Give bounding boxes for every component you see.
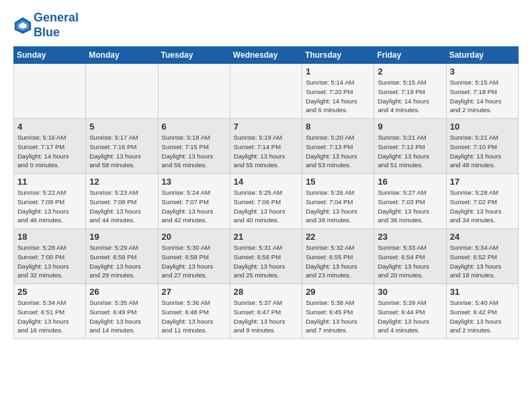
day-number: 1	[306, 66, 370, 77]
logo: General Blue	[13, 11, 79, 40]
day-info: Sunrise: 5:19 AM Sunset: 7:14 PM Dayligh…	[234, 133, 298, 170]
week-row: 18Sunrise: 5:28 AM Sunset: 7:00 PM Dayli…	[14, 229, 519, 284]
day-number: 30	[378, 287, 442, 297]
header-cell-friday: Friday	[374, 47, 446, 64]
day-info: Sunrise: 5:39 AM Sunset: 6:44 PM Dayligh…	[378, 298, 442, 335]
day-info: Sunrise: 5:17 AM Sunset: 7:16 PM Dayligh…	[89, 133, 154, 170]
day-info: Sunrise: 5:26 AM Sunset: 7:04 PM Dayligh…	[306, 188, 370, 225]
calendar-body: 1Sunrise: 5:14 AM Sunset: 7:20 PM Daylig…	[14, 64, 519, 339]
day-info: Sunrise: 5:24 AM Sunset: 7:07 PM Dayligh…	[162, 188, 226, 225]
day-info: Sunrise: 5:35 AM Sunset: 6:49 PM Dayligh…	[89, 298, 154, 335]
header-cell-thursday: Thursday	[302, 47, 374, 64]
week-row: 1Sunrise: 5:14 AM Sunset: 7:20 PM Daylig…	[14, 64, 519, 119]
day-number: 4	[17, 122, 82, 132]
day-number: 10	[450, 122, 515, 132]
day-cell	[158, 64, 230, 119]
day-number: 27	[162, 287, 226, 297]
day-cell: 12Sunrise: 5:23 AM Sunset: 7:08 PM Dayli…	[86, 174, 158, 229]
day-cell: 23Sunrise: 5:33 AM Sunset: 6:54 PM Dayli…	[374, 229, 446, 284]
logo-text: General Blue	[34, 11, 79, 40]
day-number: 11	[17, 177, 82, 187]
day-number: 8	[306, 122, 370, 132]
day-cell: 13Sunrise: 5:24 AM Sunset: 7:07 PM Dayli…	[158, 174, 230, 229]
day-cell: 28Sunrise: 5:37 AM Sunset: 6:47 PM Dayli…	[230, 284, 302, 339]
header-cell-sunday: Sunday	[14, 47, 86, 64]
day-number: 24	[450, 232, 515, 242]
day-info: Sunrise: 5:32 AM Sunset: 6:55 PM Dayligh…	[306, 243, 370, 280]
day-number: 2	[378, 66, 442, 77]
day-info: Sunrise: 5:28 AM Sunset: 7:02 PM Dayligh…	[450, 188, 515, 225]
day-cell: 4Sunrise: 5:16 AM Sunset: 7:17 PM Daylig…	[14, 119, 86, 174]
day-cell: 16Sunrise: 5:27 AM Sunset: 7:03 PM Dayli…	[374, 174, 446, 229]
day-cell	[230, 64, 302, 119]
day-number: 26	[89, 287, 154, 297]
day-cell: 10Sunrise: 5:21 AM Sunset: 7:10 PM Dayli…	[446, 119, 518, 174]
day-info: Sunrise: 5:34 AM Sunset: 6:51 PM Dayligh…	[17, 298, 82, 335]
week-row: 4Sunrise: 5:16 AM Sunset: 7:17 PM Daylig…	[14, 119, 519, 174]
day-number: 15	[306, 177, 370, 187]
day-number: 19	[89, 232, 154, 242]
day-number: 16	[378, 177, 442, 187]
day-cell	[86, 64, 158, 119]
day-info: Sunrise: 5:25 AM Sunset: 7:06 PM Dayligh…	[234, 188, 298, 225]
header: General Blue	[13, 11, 519, 40]
day-number: 29	[306, 287, 370, 297]
day-cell: 3Sunrise: 5:15 AM Sunset: 7:18 PM Daylig…	[446, 64, 518, 119]
day-cell: 18Sunrise: 5:28 AM Sunset: 7:00 PM Dayli…	[14, 229, 86, 284]
day-info: Sunrise: 5:23 AM Sunset: 7:08 PM Dayligh…	[89, 188, 154, 225]
day-number: 21	[234, 232, 298, 242]
day-cell: 21Sunrise: 5:31 AM Sunset: 6:56 PM Dayli…	[230, 229, 302, 284]
day-number: 23	[378, 232, 442, 242]
day-cell: 20Sunrise: 5:30 AM Sunset: 6:58 PM Dayli…	[158, 229, 230, 284]
day-cell: 31Sunrise: 5:40 AM Sunset: 6:42 PM Dayli…	[446, 284, 518, 339]
header-cell-wednesday: Wednesday	[230, 47, 302, 64]
day-info: Sunrise: 5:15 AM Sunset: 7:19 PM Dayligh…	[378, 78, 442, 115]
day-cell: 17Sunrise: 5:28 AM Sunset: 7:02 PM Dayli…	[446, 174, 518, 229]
day-cell: 27Sunrise: 5:36 AM Sunset: 6:48 PM Dayli…	[158, 284, 230, 339]
day-number: 17	[450, 177, 515, 187]
day-cell: 1Sunrise: 5:14 AM Sunset: 7:20 PM Daylig…	[302, 64, 374, 119]
day-info: Sunrise: 5:20 AM Sunset: 7:13 PM Dayligh…	[306, 133, 370, 170]
day-number: 22	[306, 232, 370, 242]
day-cell: 6Sunrise: 5:18 AM Sunset: 7:15 PM Daylig…	[158, 119, 230, 174]
day-cell: 7Sunrise: 5:19 AM Sunset: 7:14 PM Daylig…	[230, 119, 302, 174]
day-cell: 15Sunrise: 5:26 AM Sunset: 7:04 PM Dayli…	[302, 174, 374, 229]
day-info: Sunrise: 5:28 AM Sunset: 7:00 PM Dayligh…	[17, 243, 82, 280]
day-cell: 25Sunrise: 5:34 AM Sunset: 6:51 PM Dayli…	[14, 284, 86, 339]
day-info: Sunrise: 5:36 AM Sunset: 6:48 PM Dayligh…	[162, 298, 226, 335]
day-cell: 11Sunrise: 5:22 AM Sunset: 7:09 PM Dayli…	[14, 174, 86, 229]
day-cell: 8Sunrise: 5:20 AM Sunset: 7:13 PM Daylig…	[302, 119, 374, 174]
day-info: Sunrise: 5:27 AM Sunset: 7:03 PM Dayligh…	[378, 188, 442, 225]
day-info: Sunrise: 5:16 AM Sunset: 7:17 PM Dayligh…	[17, 133, 82, 170]
day-number: 9	[378, 122, 442, 132]
header-row: SundayMondayTuesdayWednesdayThursdayFrid…	[14, 47, 519, 64]
day-info: Sunrise: 5:15 AM Sunset: 7:18 PM Dayligh…	[450, 78, 515, 115]
day-number: 6	[162, 122, 226, 132]
day-number: 31	[450, 287, 515, 297]
day-info: Sunrise: 5:18 AM Sunset: 7:15 PM Dayligh…	[162, 133, 226, 170]
day-cell: 24Sunrise: 5:34 AM Sunset: 6:52 PM Dayli…	[446, 229, 518, 284]
day-cell: 5Sunrise: 5:17 AM Sunset: 7:16 PM Daylig…	[86, 119, 158, 174]
day-info: Sunrise: 5:38 AM Sunset: 6:45 PM Dayligh…	[306, 298, 370, 335]
week-row: 11Sunrise: 5:22 AM Sunset: 7:09 PM Dayli…	[14, 174, 519, 229]
day-number: 25	[17, 287, 82, 297]
day-number: 7	[234, 122, 298, 132]
day-info: Sunrise: 5:40 AM Sunset: 6:42 PM Dayligh…	[450, 298, 515, 335]
day-info: Sunrise: 5:37 AM Sunset: 6:47 PM Dayligh…	[234, 298, 298, 335]
day-info: Sunrise: 5:33 AM Sunset: 6:54 PM Dayligh…	[378, 243, 442, 280]
day-info: Sunrise: 5:14 AM Sunset: 7:20 PM Dayligh…	[306, 78, 370, 115]
day-number: 3	[450, 66, 515, 77]
day-number: 5	[89, 122, 154, 132]
day-cell: 9Sunrise: 5:21 AM Sunset: 7:12 PM Daylig…	[374, 119, 446, 174]
day-number: 14	[234, 177, 298, 187]
day-info: Sunrise: 5:29 AM Sunset: 6:59 PM Dayligh…	[89, 243, 154, 280]
day-cell: 30Sunrise: 5:39 AM Sunset: 6:44 PM Dayli…	[374, 284, 446, 339]
day-cell: 19Sunrise: 5:29 AM Sunset: 6:59 PM Dayli…	[86, 229, 158, 284]
day-info: Sunrise: 5:30 AM Sunset: 6:58 PM Dayligh…	[162, 243, 226, 280]
day-info: Sunrise: 5:22 AM Sunset: 7:09 PM Dayligh…	[17, 188, 82, 225]
logo-icon	[13, 16, 32, 35]
day-number: 28	[234, 287, 298, 297]
week-row: 25Sunrise: 5:34 AM Sunset: 6:51 PM Dayli…	[14, 284, 519, 339]
day-info: Sunrise: 5:31 AM Sunset: 6:56 PM Dayligh…	[234, 243, 298, 280]
day-number: 20	[162, 232, 226, 242]
